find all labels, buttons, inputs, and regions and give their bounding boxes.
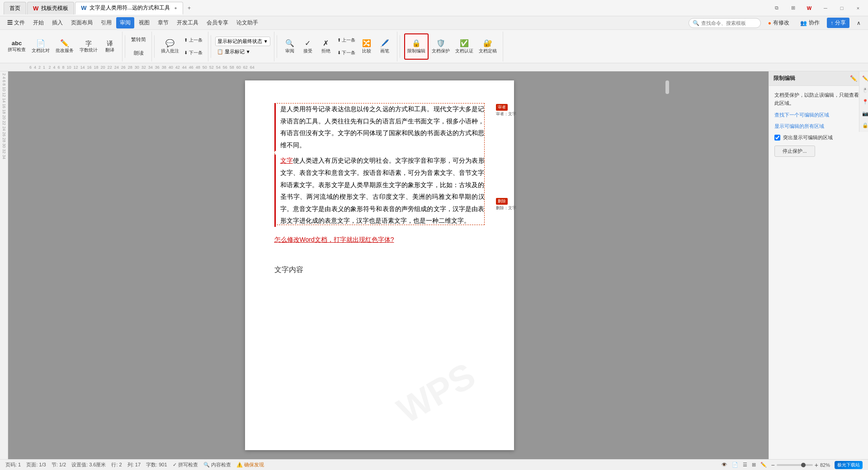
zoom-slider[interactable]: [777, 464, 813, 466]
divider5: [400, 35, 400, 58]
insert-comment-btn[interactable]: 💬 插入批注: [159, 33, 181, 60]
insert-comment-icon: 💬: [165, 39, 175, 47]
review-btn[interactable]: 🔍 审阅: [281, 33, 298, 60]
correct-service-btn[interactable]: ✏️ 批改服务: [53, 33, 76, 60]
menu-review[interactable]: 审阅: [116, 17, 134, 28]
edit-icon-status[interactable]: ✏️: [760, 462, 767, 468]
comment-box-2: 删除: [496, 198, 508, 205]
zoom-out-btn[interactable]: −: [771, 461, 775, 469]
location-icon[interactable]: 📍: [860, 97, 868, 107]
trad-simp-btn[interactable]: 繁转简: [129, 34, 148, 46]
status-content[interactable]: 🔍 内容检查: [203, 461, 231, 468]
changes-icon: ●: [768, 20, 771, 26]
share-btn[interactable]: ↑ 分享: [827, 18, 849, 28]
menu-paper[interactable]: 论文助手: [233, 17, 262, 28]
panel-header: 限制编辑 ✏️ ×: [769, 71, 868, 86]
menu-reference[interactable]: 引用: [97, 17, 115, 28]
content-icon: 🔍: [203, 462, 210, 467]
panel-body: 文档受保护，以防止误编辑，只能查看此区域。 查找下一个可编辑的区域 显示可编辑的…: [769, 86, 868, 162]
doc-final-btn[interactable]: 🔐 文档定稿: [476, 33, 499, 60]
doc-protect-btn[interactable]: 🛡️ 文档保护: [429, 33, 452, 60]
zoom-in-btn[interactable]: +: [815, 461, 818, 469]
read-aloud-btn[interactable]: 朗读: [129, 47, 148, 59]
next-comment-btn[interactable]: ⬇ 下一条: [182, 47, 204, 59]
camera-icon[interactable]: 📷: [860, 108, 868, 118]
find-editable-link[interactable]: 查找下一个可编辑的区域: [774, 112, 863, 118]
cursor-icon[interactable]: 🖱️: [860, 85, 868, 95]
view-icon2[interactable]: ☰: [743, 462, 747, 468]
add-tab-button[interactable]: +: [184, 3, 195, 14]
status-warning[interactable]: ⚠️ 确保发现: [236, 461, 264, 468]
menu-start[interactable]: 开始: [29, 17, 47, 28]
tab-word-doc[interactable]: W 文字是人类用符...远的方式和工具 ●: [75, 2, 183, 14]
display-dropdown-area: 显示标记的最终状态 ▼ 📋 显示标记 ▼: [213, 32, 274, 61]
collapse-btn[interactable]: ∧: [853, 19, 864, 28]
ribbon-menu-bar: ☰ 文件 开始 插入 页面布局 引用 审阅 视图 章节 开发工具 会员专享 论文…: [0, 16, 868, 30]
tab-wps[interactable]: W 找板壳模板: [27, 2, 74, 14]
view-icon1[interactable]: 📄: [732, 462, 738, 468]
doc-link[interactable]: 怎么修改Word文档，打字就出现红色字体?: [274, 236, 394, 243]
doc-scrollbar[interactable]: [665, 71, 669, 459]
close-button[interactable]: ×: [852, 4, 864, 13]
panel-side-icons: ✏️ 🖱️ 📍 📷 🔒: [859, 71, 868, 132]
status-col: 列: 17: [127, 461, 141, 468]
view-icon3[interactable]: ⊞: [752, 462, 756, 468]
restore-button[interactable]: □: [835, 4, 848, 13]
prev-change-btn[interactable]: ⬆ 上一条: [335, 34, 358, 46]
doc-protect-icon: 🛡️: [436, 39, 445, 47]
right-panel: 限制编辑 ✏️ × 文档受保护，以防止误编辑，只能查看此区域。 查找下一个可编辑…: [769, 71, 868, 459]
menu-section[interactable]: 章节: [154, 17, 172, 28]
search-box[interactable]: 🔍: [689, 18, 761, 28]
document-area[interactable]: 审者 审者：文字 删除 删除：文字 是人类用符号记录表达信息以传之久远的方式和工…: [8, 71, 769, 459]
tab-wps-label: 找板壳模板: [41, 5, 68, 12]
reject-btn[interactable]: ✗ 拒绝: [317, 33, 335, 60]
status-section: 节: 1/2: [52, 461, 66, 468]
tool-group-spellcheck: abc 拼写检查 📄 文档比对 ✏️ 批改服务 字 字数统计 译 翻译: [4, 32, 123, 61]
minimize-button[interactable]: ─: [819, 4, 832, 13]
prev-comment-btn[interactable]: ⬆ 上一条: [182, 34, 204, 46]
stop-protect-btn[interactable]: 停止保护...: [774, 146, 815, 157]
grid-button[interactable]: ⊞: [787, 4, 799, 13]
doc-certify-btn[interactable]: ✅ 文档认证: [453, 33, 476, 60]
restrict-edit-btn[interactable]: 🔒 限制编辑: [404, 33, 429, 60]
menu-file[interactable]: ☰ 文件: [4, 17, 28, 28]
download-badge: 极光下载站: [835, 461, 863, 469]
menu-view[interactable]: 视图: [135, 17, 153, 28]
edit-mode-icon[interactable]: ✏️: [860, 73, 868, 83]
down-arrow-icon: ⬇ 下一条: [184, 50, 203, 56]
panel-desc: 文档受保护，以防止误编辑，只能查看此区域。: [774, 91, 863, 107]
tile-button[interactable]: ⧉: [770, 4, 783, 13]
collaborate-btn[interactable]: 👥 协作: [797, 18, 823, 28]
eye-icon[interactable]: 👁️: [721, 462, 727, 468]
search-input[interactable]: [701, 20, 755, 26]
zoom-handle[interactable]: [801, 463, 806, 467]
spellcheck-btn[interactable]: abc 拼写检查: [5, 33, 28, 60]
accept-btn[interactable]: ✓ 接受: [299, 33, 316, 60]
display-mark-btn[interactable]: 📋 显示标记 ▼: [215, 47, 270, 56]
scrollbar-thumb[interactable]: [665, 80, 669, 94]
title-bar: 首页 W 找板壳模板 W 文字是人类用符...远的方式和工具 ● + ⧉ ⊞ W…: [0, 0, 868, 16]
show-all-editable-link[interactable]: 显示可编辑的所有区域: [774, 123, 863, 130]
translate-btn[interactable]: 译 翻译: [101, 33, 118, 60]
next-change-btn[interactable]: ⬇ 下一条: [335, 47, 358, 59]
panel-edit-icon[interactable]: ✏️: [850, 75, 857, 82]
wps-logo-btn[interactable]: W: [803, 4, 816, 13]
menu-dev[interactable]: 开发工具: [173, 17, 202, 28]
menu-layout[interactable]: 页面布局: [67, 17, 96, 28]
doc-compare-btn[interactable]: 📄 文档比对: [29, 33, 52, 60]
compare-btn[interactable]: 🔀 比较: [358, 33, 375, 60]
highlight-checkbox[interactable]: [774, 135, 780, 141]
warning-icon: ⚠️: [236, 462, 243, 468]
spell-icon: ✓: [173, 462, 177, 467]
tab-home[interactable]: 首页: [4, 2, 26, 14]
menu-member[interactable]: 会员专享: [203, 17, 232, 28]
draw-btn[interactable]: 🖊️ 画笔: [376, 33, 393, 60]
status-spell[interactable]: ✓ 拼写检查: [173, 461, 198, 468]
menu-insert[interactable]: 插入: [48, 17, 66, 28]
display-final-dropdown[interactable]: 显示标记的最终状态 ▼: [215, 37, 270, 46]
has-changes-btn[interactable]: ● 有修改: [764, 18, 793, 28]
word-count-btn[interactable]: 字 字数统计: [77, 33, 100, 60]
doc-content: 是人类用符号记录表达信息以传之久远的方式和工具。现代文字大多是记录语言的工具。人…: [274, 103, 485, 277]
lock-icon[interactable]: 🔒: [860, 120, 868, 130]
tool-group-review: 🔍 审阅 ✓ 接受 ✗ 拒绝 ⬆ 上一条 ⬇ 下一条 🔀 比较 🖊️ 画笔: [279, 32, 398, 61]
